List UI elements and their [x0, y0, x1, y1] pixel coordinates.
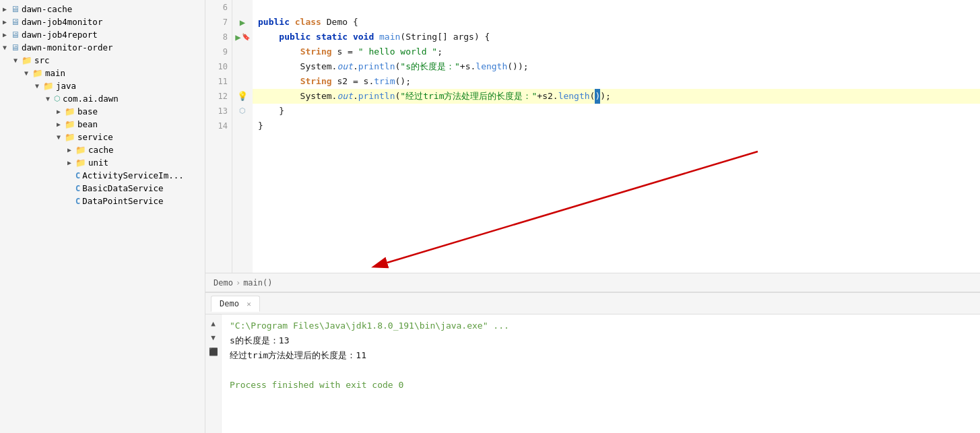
- console-line-3: [230, 363, 972, 378]
- sidebar-item-label: dawn-monitor-order: [22, 42, 112, 53]
- console-tab-label: Demo: [220, 299, 239, 308]
- sidebar-item-basic-data-service[interactable]: C BasicDataService: [0, 182, 205, 195]
- string-length1: "s的长度是：": [400, 59, 459, 74]
- gutter-row-13[interactable]: ⬡: [232, 104, 253, 119]
- main-area: ▶ 🖥 dawn-cache ▶ 🖥 dawn-job4monitor ▶ 🖥 …: [0, 0, 980, 433]
- run-icon[interactable]: ▶: [235, 30, 240, 44]
- sidebar-item-label: cache: [88, 145, 114, 155]
- line-num-13: 13: [205, 104, 228, 119]
- expand-arrow: ▼: [35, 82, 43, 90]
- code-line-10: System. out . println ( "s的长度是：" +s. len…: [253, 59, 980, 74]
- expand-arrow: ▶: [3, 18, 11, 26]
- console-line-2: 经过trim方法处理后的长度是：11: [230, 348, 972, 363]
- sidebar-item-label: DataPointService: [82, 196, 163, 206]
- sidebar-item-label: ActivityServiceIm...: [82, 170, 184, 180]
- expand-arrow: ▼: [46, 95, 54, 102]
- console-tab-close[interactable]: ✕: [247, 300, 251, 308]
- keyword-string: String: [300, 44, 332, 59]
- gutter-row-7[interactable]: ▶: [232, 15, 253, 30]
- gutter-row-8[interactable]: ▶ 🔖: [232, 30, 253, 44]
- folder-icon: 📁: [75, 158, 86, 168]
- sidebar-item-java[interactable]: ▼ 📁 java: [0, 79, 205, 92]
- sidebar-item-label: main: [45, 68, 65, 78]
- console-tab-demo[interactable]: Demo ✕: [211, 296, 260, 312]
- method-main: main: [379, 30, 400, 44]
- string-trim-length: "经过trim方法处理后的长度是：": [400, 89, 537, 104]
- sidebar-item-com-ai-dawn[interactable]: ▼ ⬡ com.ai.dawn: [0, 92, 205, 105]
- breadcrumb-method[interactable]: main(): [243, 278, 272, 288]
- line-numbers: 6 7 8 9 10 11 12 13 14: [205, 0, 232, 273]
- folder-icon: 📁: [43, 81, 54, 91]
- expand-arrow: ▶: [3, 5, 11, 13]
- project-icon: 🖥: [11, 30, 20, 40]
- line-num-8: 8: [205, 30, 228, 44]
- bulb-icon[interactable]: 💡: [237, 89, 248, 104]
- breadcrumb: Demo › main(): [205, 273, 980, 292]
- selected-paren: ): [595, 89, 600, 104]
- sidebar-item-unit[interactable]: ▶ 📁 unit: [0, 156, 205, 169]
- console-sidebar: ▲ ▼ ⬛: [205, 314, 222, 433]
- code-line-13: }: [253, 104, 980, 119]
- sidebar-item-base[interactable]: ▶ 📁 base: [0, 105, 205, 118]
- expand-arrow: ▶: [67, 146, 75, 154]
- method-trim: trim: [374, 74, 395, 89]
- code-line-6: [253, 0, 980, 15]
- sidebar-item-service[interactable]: ▼ 📁 service: [0, 131, 205, 143]
- keyword-void: void: [353, 30, 374, 44]
- expand-arrow: ▶: [57, 121, 65, 128]
- sidebar-item-cache[interactable]: ▶ 📁 cache: [0, 143, 205, 156]
- sidebar-item-dawn-job4monitor[interactable]: ▶ 🖥 dawn-job4monitor: [0, 15, 205, 28]
- sidebar-item-main[interactable]: ▼ 📁 main: [0, 67, 205, 79]
- folder-icon: 📁: [65, 119, 75, 129]
- class-file-icon: C: [75, 171, 80, 180]
- sidebar-item-data-point-service[interactable]: C DataPointService: [0, 195, 205, 207]
- run-icon[interactable]: ▶: [240, 15, 245, 30]
- sidebar-item-bean[interactable]: ▶ 📁 bean: [0, 118, 205, 131]
- project-icon: 🖥: [11, 42, 20, 53]
- keyword-class: class: [295, 15, 321, 30]
- breadcrumb-separator: ›: [236, 278, 240, 288]
- class-file-icon: C: [75, 184, 80, 193]
- console-down-btn[interactable]: ▼: [207, 331, 220, 343]
- class-file-icon: C: [75, 197, 80, 206]
- console-line-4: Process finished with exit code 0: [230, 378, 972, 393]
- gutter-row-10: [232, 59, 253, 74]
- sidebar-item-label: service: [77, 132, 113, 142]
- bookmark-icon: 🔖: [242, 30, 250, 44]
- gutter-row-9: [232, 44, 253, 59]
- code-line-8: public static void main (String[] args) …: [253, 30, 980, 44]
- gutter-row-12[interactable]: 💡: [232, 89, 253, 104]
- console-line-1: s的长度是：13: [230, 333, 972, 348]
- method-println2: println: [358, 89, 395, 104]
- code-panel: 6 7 8 9 10 11 12 13 14 ▶ ▶ 🔖: [205, 0, 980, 273]
- sidebar-item-dawn-cache[interactable]: ▶ 🖥 dawn-cache: [0, 3, 205, 15]
- class-name-demo: Demo: [327, 15, 348, 30]
- line-num-7: 7: [205, 15, 228, 30]
- console-tab-bar: Demo ✕: [205, 293, 980, 314]
- expand-arrow: ▼: [57, 133, 65, 141]
- sidebar-item-label: BasicDataService: [82, 183, 163, 193]
- breadcrumb-class[interactable]: Demo: [214, 278, 233, 288]
- string-hello-world: ": [358, 44, 364, 59]
- expand-arrow: ▼: [24, 69, 32, 77]
- sidebar-item-src[interactable]: ▼ 📁 src: [0, 54, 205, 67]
- code-line-9: String s = " hello world " ;: [253, 44, 980, 59]
- sidebar-item-label: src: [34, 55, 50, 65]
- folder-icon: 📁: [65, 132, 75, 142]
- expand-arrow: ▼: [3, 44, 11, 51]
- code-content[interactable]: public class Demo { public static void: [253, 0, 980, 273]
- console-up-btn[interactable]: ▲: [207, 317, 220, 329]
- code-line-7: public class Demo {: [253, 15, 980, 30]
- console-area: Demo ✕ ▲ ▼ ⬛ "C:\Program Files\Java\jdk1…: [205, 292, 980, 433]
- sidebar-item-activity-service[interactable]: C ActivityServiceIm...: [0, 169, 205, 182]
- console-stop-btn[interactable]: ⬛: [207, 345, 220, 358]
- line-num-12: 12: [205, 89, 228, 104]
- sidebar-item-label: com.ai.dawn: [63, 94, 119, 104]
- navigate-icon[interactable]: ⬡: [239, 104, 246, 119]
- out-keyword: out: [337, 59, 352, 74]
- sidebar-item-label: java: [56, 81, 76, 91]
- keyword-public2: public: [279, 30, 311, 44]
- sidebar-item-dawn-monitor-order[interactable]: ▼ 🖥 dawn-monitor-order: [0, 41, 205, 54]
- expand-arrow: ▶: [3, 31, 11, 38]
- sidebar-item-dawn-job4report[interactable]: ▶ 🖥 dawn-job4report: [0, 28, 205, 41]
